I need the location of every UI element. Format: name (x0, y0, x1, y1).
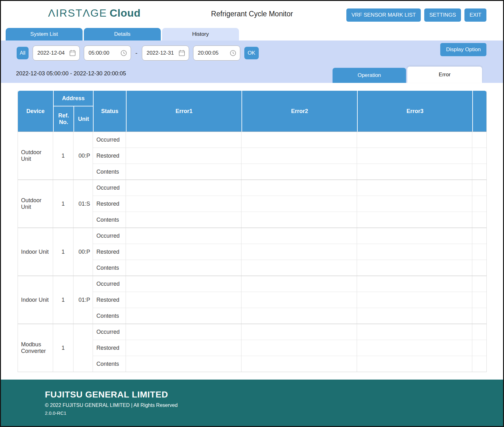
error1-cell (126, 340, 241, 356)
table-row: Outdoor Unit101:SOccurred (18, 180, 486, 196)
error2-cell (241, 324, 357, 340)
error4-partial-cell (472, 292, 486, 308)
error3-cell (357, 228, 472, 244)
logo-suffix-text: Cloud (110, 7, 141, 19)
app-footer: FUJITSU GENERAL LIMITED © 2022 FUJITSU G… (1, 380, 503, 426)
error2-cell (241, 292, 357, 308)
unit-cell: 00:P (73, 132, 93, 180)
error1-cell (126, 132, 241, 148)
status-cell: Contents (93, 260, 126, 276)
tab-operation[interactable]: Operation (333, 68, 406, 83)
error1-cell (126, 244, 241, 260)
error-history-table: Device Address Status Error1 Error2 Erro… (18, 91, 487, 372)
error4-partial-cell (472, 260, 486, 276)
error2-cell (241, 260, 357, 276)
error3-cell (357, 292, 472, 308)
status-cell: Contents (93, 356, 126, 372)
error2-cell (241, 276, 357, 292)
error4-partial-cell (472, 244, 486, 260)
error2-cell (241, 164, 357, 180)
error3-cell (357, 132, 472, 148)
error4-partial-cell (472, 180, 486, 196)
ok-button[interactable]: OK (244, 47, 259, 59)
error3-cell (357, 212, 472, 228)
status-cell: Restored (93, 148, 126, 164)
device-cell: Indoor Unit (18, 228, 53, 276)
error2-cell (241, 132, 357, 148)
exit-button[interactable]: EXIT (464, 8, 486, 22)
tab-error[interactable]: Error (407, 67, 482, 83)
settings-button[interactable]: SETTINGS (424, 8, 461, 22)
error1-cell (126, 212, 241, 228)
footer-version: 2.0.0-RC1 (45, 410, 503, 416)
error4-partial-cell (472, 196, 486, 212)
error1-cell (126, 260, 241, 276)
airstage-cloud-logo: ΛIRSTΛGECloud (48, 7, 141, 19)
tab-details[interactable]: Details (84, 28, 161, 41)
error4-partial-cell (472, 212, 486, 228)
calendar-icon[interactable] (69, 49, 76, 57)
header-buttons: VRF SENSOR MARK LIST SETTINGS EXIT (346, 8, 486, 22)
status-cell: Contents (93, 164, 126, 180)
table-row: Indoor Unit100:POccurred (18, 228, 486, 244)
end-date-field (142, 46, 189, 61)
error3-cell (357, 180, 472, 196)
clock-icon[interactable] (120, 49, 127, 57)
error1-cell (126, 228, 241, 244)
header-error2: Error2 (241, 91, 357, 132)
ref-no-cell: 1 (53, 132, 73, 180)
vrf-sensor-mark-list-button[interactable]: VRF SENSOR MARK LIST (346, 8, 421, 22)
end-time-field (193, 46, 240, 61)
error4-partial-cell (472, 308, 486, 324)
calendar-icon[interactable] (178, 49, 186, 57)
status-cell: Occurred (93, 132, 126, 148)
app-header: ΛIRSTΛGECloud Refrigerant Cycle Monitor … (1, 1, 503, 28)
error2-cell (241, 212, 357, 228)
device-cell: Modbus Converter (18, 324, 53, 372)
error4-partial-cell (472, 132, 486, 148)
footer-company: FUJITSU GENERAL LIMITED (45, 390, 503, 400)
display-option-button[interactable]: Display Option (440, 43, 486, 56)
status-cell: Contents (93, 212, 126, 228)
error3-cell (357, 244, 472, 260)
error2-cell (241, 180, 357, 196)
clock-icon[interactable] (229, 49, 237, 57)
tab-system-list[interactable]: System List (6, 28, 83, 41)
header-device: Device (18, 91, 53, 132)
status-cell: Restored (93, 292, 126, 308)
status-cell: Occurred (93, 228, 126, 244)
header-ref-no: Ref. No. (53, 106, 73, 132)
error1-cell (126, 324, 241, 340)
header-error1: Error1 (126, 91, 241, 132)
ref-no-cell: 1 (53, 180, 73, 228)
filter-bar: All - (1, 41, 503, 83)
error3-cell (357, 196, 472, 212)
error1-cell (126, 196, 241, 212)
error4-partial-cell (472, 324, 486, 340)
error2-cell (241, 148, 357, 164)
error4-partial-cell (472, 340, 486, 356)
ref-no-cell: 1 (53, 228, 73, 276)
error2-cell (241, 356, 357, 372)
applied-range-label: 2022-12-03 05:00:00 - 2022-12-30 20:00:0… (16, 70, 126, 77)
filter-controls-row: All - (1, 41, 503, 66)
status-cell: Restored (93, 196, 126, 212)
device-cell: Indoor Unit (18, 276, 53, 324)
error2-cell (241, 228, 357, 244)
error1-cell (126, 180, 241, 196)
error3-cell (357, 164, 472, 180)
header-error4-partial (472, 91, 486, 132)
error2-cell (241, 196, 357, 212)
error3-cell (357, 260, 472, 276)
header-error3: Error3 (357, 91, 472, 132)
all-button[interactable]: All (17, 47, 29, 59)
tab-history[interactable]: History (162, 28, 239, 41)
status-cell: Occurred (93, 180, 126, 196)
error1-cell (126, 276, 241, 292)
status-cell: Contents (93, 308, 126, 324)
applied-range-row: 2022-12-03 05:00:00 - 2022-12-30 20:00:0… (1, 66, 503, 83)
unit-cell: 00:P (73, 228, 93, 276)
unit-cell: 01:P (73, 276, 93, 324)
error2-cell (241, 308, 357, 324)
table-row: Indoor Unit101:POccurred (18, 276, 486, 292)
